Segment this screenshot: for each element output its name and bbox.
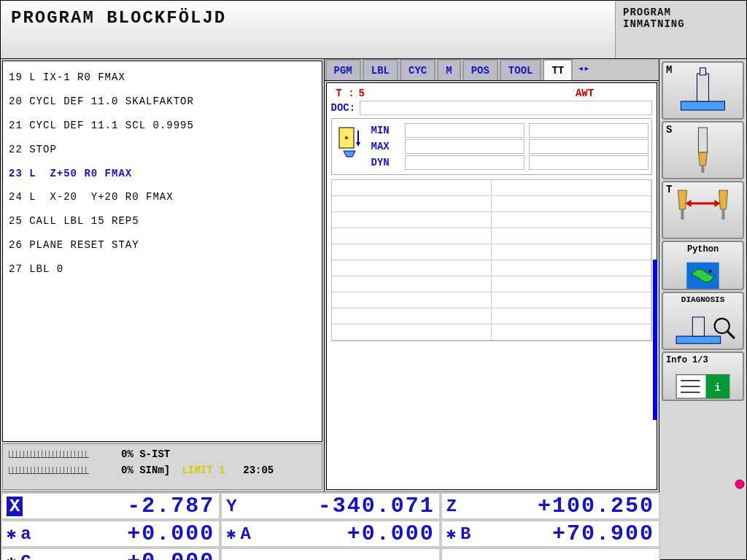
page-title: PROGRAM BLOCKFÖLJD [1, 1, 615, 58]
corner-icon [735, 479, 745, 489]
program-line[interactable]: 22 STOP [9, 138, 316, 162]
data-grid [331, 179, 653, 341]
axis-label: C [20, 552, 31, 561]
svg-rect-4 [700, 68, 706, 75]
program-line[interactable]: 27 LBL 0 [9, 257, 316, 281]
svg-rect-8 [722, 209, 725, 219]
svg-rect-12 [692, 317, 704, 336]
svg-point-10 [709, 270, 712, 273]
info-tabs: PGMLBLCYCMPOSTOOLTT◂▸ [325, 59, 659, 81]
svg-point-19 [735, 480, 744, 489]
tab-tool[interactable]: TOOL [500, 59, 542, 80]
side-softkey-m[interactable]: M [662, 61, 744, 120]
side-softkey-s[interactable]: S [662, 121, 744, 179]
spindle-status-bar: 0% S-IST 0% SINm] LIMIT 1 23:05 [2, 443, 322, 490]
axis-value: -340.071 [241, 494, 435, 518]
axis-label: B [460, 524, 471, 544]
program-line[interactable]: 24 L X-20 Y+20 R0 FMAX [9, 185, 316, 209]
scroll-indicator[interactable] [653, 260, 657, 420]
tab-m[interactable]: M [437, 59, 460, 80]
program-listing[interactable]: 19 L IX-1 R0 FMAX20 CYCL DEF 11.0 SKALFA… [2, 61, 322, 442]
axis-label: a [20, 524, 31, 544]
axis-value: +0.000 [36, 549, 215, 560]
position-display: X-2.787Y-340.071Z+100.250✱a+0.000✱A+0.00… [1, 491, 660, 560]
program-line[interactable]: 23 L Z+50 R0 FMAX [9, 162, 316, 186]
side-softkey-t[interactable]: T [662, 181, 744, 239]
svg-rect-5 [699, 128, 708, 152]
axis-label: Z [446, 497, 457, 516]
program-line[interactable]: 25 CALL LBL 15 REP5 [9, 209, 316, 233]
side-softkey-python[interactable]: Python Demos [662, 241, 744, 290]
program-line[interactable]: 21 CYCL DEF 11.1 SCL 0.9995 [9, 114, 316, 138]
tab-pos[interactable]: POS [462, 59, 498, 80]
program-line[interactable]: 26 PLANE RESET STAY [9, 233, 316, 257]
svg-rect-11 [676, 336, 721, 343]
svg-rect-7 [681, 209, 684, 219]
side-softkey-diagnosis[interactable]: DIAGNOSIS [662, 292, 744, 350]
axis-value: +70.900 [475, 521, 654, 546]
program-line[interactable]: 19 L IX-1 R0 FMAX [9, 66, 316, 90]
axis-value: -2.787 [27, 494, 214, 518]
axis-value: +0.000 [36, 521, 215, 546]
tool-panel: T : 5 AWT DOC: MIN MAX DYN [326, 82, 658, 490]
svg-point-13 [715, 319, 729, 333]
svg-rect-2 [681, 101, 725, 110]
program-line[interactable]: 20 CYCL DEF 11.0 SKALFAKTOR [9, 90, 316, 114]
svg-text:i: i [714, 382, 720, 394]
tab-lbl[interactable]: LBL [363, 59, 398, 80]
axis-label: A [241, 524, 251, 544]
mode-indicator: PROGRAMINMATNING [615, 1, 746, 58]
tab-cyc[interactable]: CYC [400, 59, 436, 80]
side-softkey-info[interactable]: Info 1/3 i [662, 351, 744, 401]
tab-pgm[interactable]: PGM [325, 59, 361, 80]
axis-label: Y [226, 497, 236, 516]
tab-scroll-icon[interactable]: ◂▸ [573, 59, 594, 80]
axis-value: +0.000 [255, 521, 435, 546]
axis-value: +100.250 [461, 494, 654, 518]
svg-point-1 [345, 136, 348, 139]
tool-measure-icon [335, 122, 367, 163]
tab-tt[interactable]: TT [543, 59, 573, 80]
axis-label: X [7, 497, 23, 516]
svg-rect-3 [697, 74, 709, 101]
svg-rect-6 [702, 166, 705, 173]
